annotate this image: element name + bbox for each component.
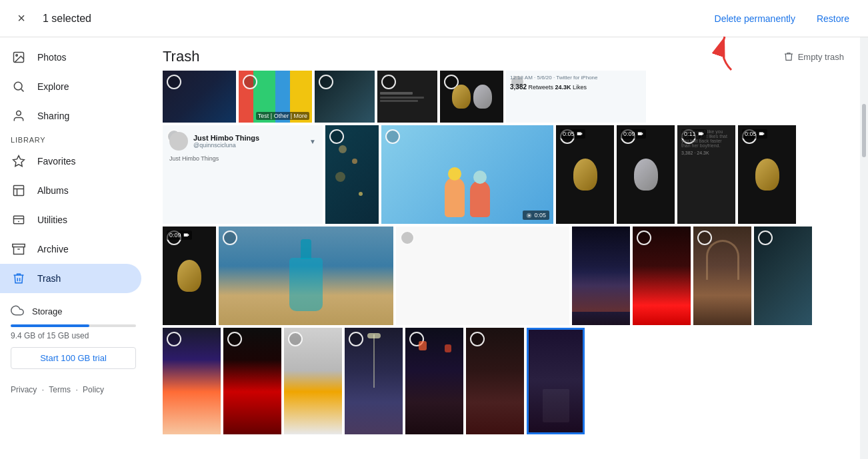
photo-cell[interactable]: 0:09: [163, 227, 216, 325]
privacy-link[interactable]: Privacy: [11, 385, 37, 394]
svg-marker-12: [581, 133, 582, 135]
svg-point-2: [14, 82, 22, 90]
select-circle[interactable]: [167, 332, 181, 346]
selected-count: 1 selected: [43, 13, 91, 25]
header-left: × 1 selected: [11, 8, 91, 29]
restore-button[interactable]: Restore: [809, 8, 857, 29]
sidebar-label-utilities: Utilities: [37, 215, 67, 225]
sidebar: Photos Explore Sharing LIBRARY Favorites: [0, 37, 147, 459]
photo-cell[interactable]: Just Himbo Things @quinnscicluna ▼ Just …: [163, 125, 323, 224]
content-area: Trash Empty trash Test | Other | More: [147, 37, 860, 459]
storage-bar-fill: [11, 324, 89, 327]
sidebar-label-trash: Trash: [37, 273, 61, 284]
select-circle[interactable]: [637, 230, 651, 245]
video-duration: 0:05: [742, 129, 767, 139]
main-layout: Photos Explore Sharing LIBRARY Favorites: [0, 37, 868, 459]
svg-marker-14: [641, 133, 643, 135]
close-button[interactable]: ×: [11, 8, 32, 29]
sidebar-item-trash[interactable]: Trash: [0, 264, 141, 293]
photo-cell[interactable]: [405, 328, 463, 434]
select-circle[interactable]: [227, 332, 242, 346]
photo-cell[interactable]: 0:09: [617, 125, 675, 224]
grid-row-1: Test | Other | More: [163, 71, 844, 123]
video-duration: 0:11: [681, 129, 707, 139]
select-circle[interactable]: [400, 230, 415, 245]
video-duration: 0:05: [523, 211, 549, 220]
storage-used-text: 9.4 GB of 15 GB used: [11, 331, 136, 340]
select-circle[interactable]: [349, 332, 363, 346]
terms-link[interactable]: Terms: [49, 385, 71, 394]
photo-cell[interactable]: [396, 227, 569, 325]
library-label: LIBRARY: [0, 131, 147, 147]
photo-cell[interactable]: [219, 227, 393, 325]
photo-cell[interactable]: [693, 227, 751, 325]
select-circle[interactable]: [288, 332, 303, 346]
video-duration: 0:09: [621, 129, 646, 139]
storage-section: Storage 9.4 GB of 15 GB used Start 100 G…: [0, 293, 147, 374]
photo-cell[interactable]: [754, 227, 812, 325]
svg-rect-19: [183, 233, 187, 236]
photo-cell-selected[interactable]: [527, 328, 585, 434]
photo-cell[interactable]: [284, 328, 342, 434]
select-circle[interactable]: [697, 230, 712, 245]
sidebar-label-sharing: Sharing: [37, 111, 69, 121]
photo-cell[interactable]: 12:18 AM · 5/6/20 · Twitter for iPhone 3…: [506, 71, 646, 123]
grid-row-4: [163, 328, 844, 434]
photo-cell[interactable]: [163, 71, 236, 123]
photo-cell[interactable]: Test | Other | More: [239, 71, 312, 123]
photo-cell[interactable]: [466, 328, 524, 434]
trial-button[interactable]: Start 100 GB trial: [11, 347, 136, 369]
select-circle[interactable]: [470, 332, 485, 346]
scrollbar-track[interactable]: [860, 37, 868, 459]
empty-trash-button[interactable]: Empty trash: [783, 51, 844, 62]
select-circle[interactable]: [319, 75, 333, 89]
photo-cell[interactable]: 0:05: [738, 125, 796, 224]
svg-rect-5: [14, 186, 24, 196]
sidebar-item-utilities[interactable]: Utilities: [0, 205, 141, 234]
sidebar-label-explore: Explore: [37, 81, 69, 92]
photo-cell[interactable]: She doesn't like you bro. She just likes…: [677, 125, 735, 224]
sidebar-item-photos[interactable]: Photos: [0, 43, 141, 72]
svg-rect-17: [759, 132, 763, 135]
delete-permanently-button[interactable]: Delete permanently: [707, 8, 803, 29]
svg-marker-4: [13, 156, 25, 167]
svg-rect-7: [13, 244, 25, 247]
archive-icon: [11, 241, 27, 257]
app-header: × 1 selected Delete permanently Restore: [0, 0, 868, 37]
sidebar-item-explore[interactable]: Explore: [0, 72, 141, 101]
photo-cell[interactable]: [315, 71, 375, 123]
policy-link[interactable]: Policy: [83, 385, 104, 394]
svg-marker-16: [702, 133, 703, 135]
storage-label: Storage: [11, 304, 136, 319]
select-circle[interactable]: [167, 75, 181, 89]
photo-cell[interactable]: [377, 71, 437, 123]
sidebar-label-photos: Photos: [37, 52, 67, 63]
photo-cell[interactable]: [223, 328, 281, 434]
person-icon: [11, 108, 27, 124]
photo-cell[interactable]: 0:05: [556, 125, 614, 224]
trash-icon: [11, 270, 27, 286]
svg-marker-20: [187, 234, 189, 236]
sidebar-item-archive[interactable]: Archive: [0, 234, 141, 264]
empty-trash-label: Empty trash: [798, 52, 844, 62]
photo-cell[interactable]: [440, 71, 503, 123]
photo-cell[interactable]: [325, 125, 379, 224]
select-circle[interactable]: [243, 75, 257, 89]
photo-cell[interactable]: [163, 328, 221, 434]
sidebar-item-albums[interactable]: Albums: [0, 176, 141, 205]
utilities-icon: [11, 212, 27, 228]
content-header: Trash Empty trash: [147, 37, 860, 71]
sidebar-item-sharing[interactable]: Sharing: [0, 101, 141, 131]
select-circle[interactable]: [758, 230, 773, 245]
video-duration: 0:09: [167, 230, 192, 240]
footer-links: Privacy · Terms · Policy: [0, 374, 147, 405]
sidebar-item-favorites[interactable]: Favorites: [0, 147, 141, 176]
scrollbar-thumb[interactable]: [862, 104, 866, 157]
photo-cell[interactable]: [572, 227, 630, 325]
photo-cell[interactable]: 0:05: [381, 125, 553, 224]
photo-cell[interactable]: [345, 328, 403, 434]
sidebar-label-albums: Albums: [37, 185, 69, 196]
photo-cell[interactable]: [633, 227, 691, 325]
header-actions: Delete permanently Restore: [707, 8, 857, 29]
svg-rect-11: [577, 132, 581, 135]
